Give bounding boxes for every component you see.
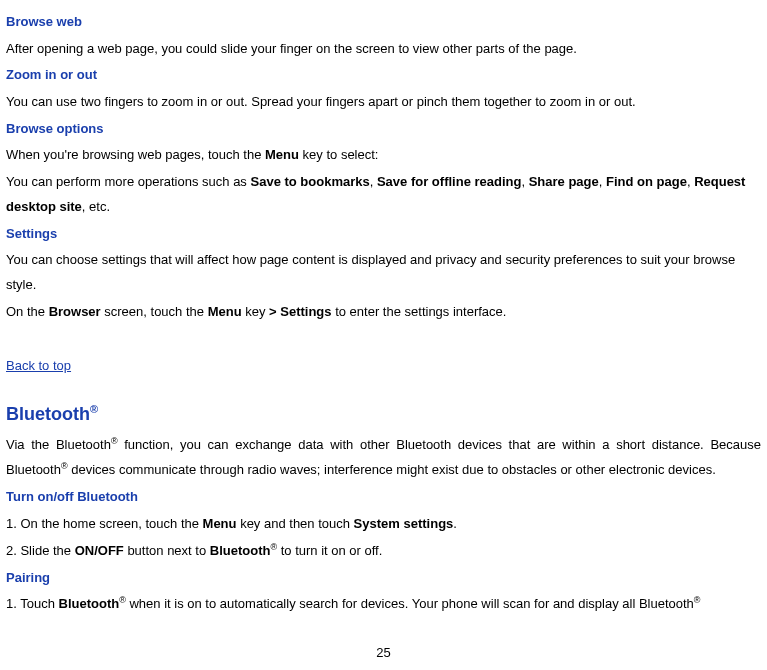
browse-options-heading: Browse options <box>6 117 761 142</box>
system-settings-label: System settings <box>354 516 454 531</box>
settings-path-label: > Settings <box>269 304 332 319</box>
bluetooth-label-2: Bluetooth <box>59 597 120 612</box>
text: , <box>521 174 528 189</box>
text: screen, touch the <box>101 304 208 319</box>
text: when it is on to automatically search fo… <box>126 597 694 612</box>
registered-icon: ® <box>119 595 126 605</box>
turn-onoff-para1: 1. On the home screen, touch the Menu ke… <box>6 512 761 537</box>
save-offline-label: Save for offline reading <box>377 174 521 189</box>
text: . <box>453 516 457 531</box>
bluetooth-label: Bluetooth <box>210 543 271 558</box>
onoff-label: ON/OFF <box>75 543 124 558</box>
settings-para1: You can choose settings that will affect… <box>6 248 761 297</box>
text: Via the Bluetooth <box>6 437 111 452</box>
registered-icon: ® <box>694 595 701 605</box>
text: key and then touch <box>237 516 354 531</box>
zoom-heading: Zoom in or out <box>6 63 761 88</box>
turn-onoff-heading: Turn on/off Bluetooth <box>6 485 761 510</box>
menu-key-label-2: Menu <box>208 304 242 319</box>
registered-icon: ® <box>61 461 68 471</box>
save-bookmarks-label: Save to bookmarks <box>251 174 370 189</box>
text: 2. Slide the <box>6 543 75 558</box>
settings-para2: On the Browser screen, touch the Menu ke… <box>6 300 761 325</box>
text: 1. Touch <box>6 597 59 612</box>
bluetooth-para: Via the Bluetooth® function, you can exc… <box>6 433 761 483</box>
text: devices communicate through radio waves;… <box>68 462 716 477</box>
text: 1. On the home screen, touch the <box>6 516 203 531</box>
menu-key-label: Menu <box>265 147 299 162</box>
browse-web-heading: Browse web <box>6 10 761 35</box>
text: button next to <box>124 543 210 558</box>
turn-onoff-para2: 2. Slide the ON/OFF button next to Bluet… <box>6 539 761 564</box>
bluetooth-title-text: Bluetooth <box>6 404 90 424</box>
browse-web-para: After opening a web page, you could slid… <box>6 37 761 62</box>
settings-heading: Settings <box>6 222 761 247</box>
text: On the <box>6 304 49 319</box>
bluetooth-heading: Bluetooth® <box>6 397 761 431</box>
text: to turn it on or off. <box>277 543 382 558</box>
text: , <box>370 174 377 189</box>
browse-options-para2: You can perform more operations such as … <box>6 170 761 219</box>
text: You can perform more operations such as <box>6 174 251 189</box>
text: When you're browsing web pages, touch th… <box>6 147 265 162</box>
share-page-label: Share page <box>529 174 599 189</box>
back-to-top-link[interactable]: Back to top <box>6 354 71 379</box>
text: , etc. <box>82 199 110 214</box>
text: , <box>599 174 606 189</box>
browse-options-para1: When you're browsing web pages, touch th… <box>6 143 761 168</box>
text: key to select: <box>299 147 378 162</box>
text: key <box>242 304 269 319</box>
text: to enter the settings interface. <box>332 304 507 319</box>
registered-icon: ® <box>111 436 118 446</box>
browser-label: Browser <box>49 304 101 319</box>
page-number: 25 <box>6 641 761 666</box>
pairing-heading: Pairing <box>6 566 761 591</box>
zoom-para: You can use two fingers to zoom in or ou… <box>6 90 761 115</box>
pairing-para1: 1. Touch Bluetooth® when it is on to aut… <box>6 592 761 617</box>
find-on-page-label: Find on page <box>606 174 687 189</box>
menu-key-label-3: Menu <box>203 516 237 531</box>
registered-icon: ® <box>90 403 98 415</box>
